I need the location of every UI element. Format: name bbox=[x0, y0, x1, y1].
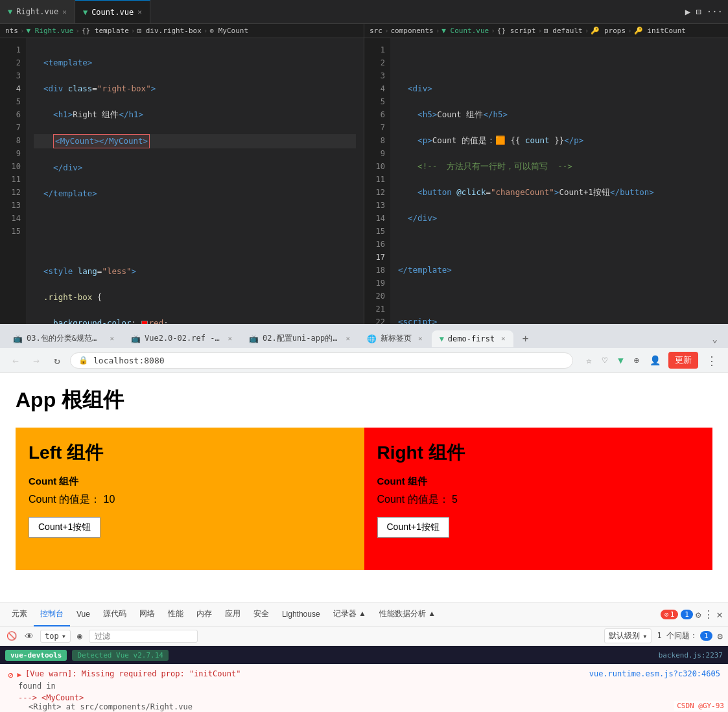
stack-line-1: ---> <MyCount> bbox=[18, 693, 720, 702]
default-level-label: 默认级别 bbox=[609, 630, 640, 641]
vue-devtools-icon[interactable]: ▼ bbox=[615, 354, 626, 367]
left-code-area[interactable]: 1 2 3 4 5 6 7 8 9 10 11 12 13 14 bbox=[0, 38, 364, 324]
backend-link[interactable]: backend.js:2237 bbox=[659, 651, 723, 660]
chevron-down-icon: ▾ bbox=[62, 632, 66, 641]
left-component-title: Left 组件 bbox=[29, 441, 351, 465]
left-editor-pane: 1 2 3 4 5 6 7 8 9 10 11 12 13 14 bbox=[0, 38, 364, 324]
heart-icon[interactable]: ♡ bbox=[600, 354, 610, 367]
devtools-tab-application[interactable]: 应用 bbox=[218, 603, 247, 626]
visibility-toggle[interactable]: ◉ bbox=[76, 630, 84, 642]
right-editor-pane: 1 2 3 4 5 6 7 8 9 10 11 12 13 14 bbox=[364, 38, 728, 324]
devtools-tab-memory[interactable]: 内存 bbox=[190, 603, 218, 626]
console-settings-icon[interactable]: ⚙ bbox=[718, 631, 723, 641]
close-icon[interactable]: ✕ bbox=[228, 334, 232, 343]
devtools-tab-console[interactable]: 控制台 bbox=[34, 603, 70, 626]
devtools-tab-elements[interactable]: 元素 bbox=[5, 603, 34, 626]
error-message: [Vue warn]: Missing required prop: "init… bbox=[25, 669, 241, 678]
chevron-down-icon: ▾ bbox=[642, 632, 647, 641]
browser-tab-3-label: 02.配置uni-app的开发... bbox=[263, 333, 339, 344]
left-line-numbers: 1 2 3 4 5 6 7 8 9 10 11 12 13 14 bbox=[0, 38, 26, 324]
breadcrumbs-row: nts › ▼ Right.vue › {} template › ⊡ div.… bbox=[0, 24, 728, 38]
tab-right-vue-label: Right.vue bbox=[16, 7, 58, 16]
error-badge: ⊘ 1 bbox=[661, 610, 678, 619]
default-level-dropdown[interactable]: 默认级别 ▾ bbox=[604, 628, 652, 643]
back-button[interactable]: ← bbox=[8, 352, 23, 368]
tab-icon: 🌐 bbox=[367, 334, 377, 343]
tab-icon: ▼ bbox=[440, 334, 444, 343]
vue-devtools-bar: vue-devtools Detected Vue v2.7.14 backen… bbox=[0, 646, 728, 664]
browser-more-button[interactable]: ⋮ bbox=[703, 352, 720, 369]
forward-button[interactable]: → bbox=[29, 352, 44, 368]
browser-tab-2[interactable]: 📺 Vue2.0-02.ref - 使用... ✕ bbox=[123, 329, 240, 348]
devtools-tab-perf-insights[interactable]: 性能数据分析 ▲ bbox=[373, 603, 442, 626]
devtools-tab-security[interactable]: 安全 bbox=[247, 603, 276, 626]
new-tab-button[interactable]: + bbox=[517, 330, 534, 347]
close-icon[interactable]: ✕ bbox=[501, 334, 506, 343]
browser-nav-bar: ← → ↻ 🔒 localhost:8080 ☆ ♡ ▼ ⊕ 👤 更新 ⋮ bbox=[0, 348, 728, 373]
devtools-tab-vue[interactable]: Vue bbox=[70, 603, 97, 626]
left-component: Left 组件 Count 组件 Count 的值是： 10 Count+1按钮 bbox=[16, 428, 364, 570]
watermark: CSDN @GY-93 bbox=[674, 701, 727, 711]
run-button[interactable]: ▶ bbox=[685, 6, 690, 17]
lock-icon: 🔒 bbox=[78, 356, 88, 365]
devtools-settings-button[interactable]: ⚙ bbox=[696, 610, 701, 620]
right-count-button[interactable]: Count+1按钮 bbox=[377, 517, 449, 538]
close-icon[interactable]: ✕ bbox=[346, 334, 350, 343]
error-count: 1 bbox=[670, 610, 675, 619]
ban-icon[interactable]: 🚫 bbox=[5, 630, 18, 642]
warn-badge: 1 bbox=[681, 610, 693, 619]
eye-icon[interactable]: 👁 bbox=[23, 630, 35, 643]
left-count-button[interactable]: Count+1按钮 bbox=[29, 517, 100, 538]
filter-input[interactable] bbox=[89, 630, 198, 643]
browser-content: App 根组件 Left 组件 Count 组件 Count 的值是： 10 C… bbox=[0, 373, 728, 603]
profile-icon[interactable]: 👤 bbox=[647, 354, 663, 367]
browser-chrome: 📺 03.包的分类&规范的... ✕ 📺 Vue2.0-02.ref - 使用.… bbox=[0, 324, 728, 373]
browser-area: 📺 03.包的分类&规范的... ✕ 📺 Vue2.0-02.ref - 使用.… bbox=[0, 324, 728, 603]
reload-button[interactable]: ↻ bbox=[49, 352, 65, 368]
tab-right-vue[interactable]: ▼ Right.vue ✕ bbox=[0, 0, 75, 23]
devtools-toolbar-right: 默认级别 ▾ 1 个问题： 1 ⚙ bbox=[604, 628, 723, 643]
devtools-tab-icons: ⊘ 1 1 ⚙ ⋮ ✕ bbox=[661, 608, 723, 621]
issues-count-display: 1 个问题： 1 bbox=[657, 630, 712, 641]
tab-overflow-button[interactable]: ⌄ bbox=[707, 331, 723, 347]
browser-tab-4[interactable]: 🌐 新标签页 ✕ bbox=[359, 329, 430, 348]
tab-icon: 📺 bbox=[131, 334, 141, 343]
stack-line-2: <Right> at src/components/Right.vue bbox=[29, 702, 720, 711]
vue-icon: ▼ bbox=[83, 8, 88, 17]
tab-icon: 📺 bbox=[249, 334, 259, 343]
devtools-tab-recorder[interactable]: 记录器 ▲ bbox=[327, 603, 373, 626]
browser-tabs: 📺 03.包的分类&规范的... ✕ 📺 Vue2.0-02.ref - 使用.… bbox=[0, 324, 728, 348]
browser-tab-4-label: 新标签页 bbox=[381, 333, 412, 344]
update-button[interactable]: 更新 bbox=[668, 352, 698, 369]
close-icon[interactable]: ✕ bbox=[418, 334, 423, 343]
devtools-main-tabs: 元素 控制台 Vue 源代码 网络 性能 内存 应用 安全 Lighthouse… bbox=[0, 603, 728, 626]
close-icon[interactable]: ✕ bbox=[110, 334, 114, 343]
app-root-title: App 根组件 bbox=[16, 386, 712, 415]
right-line-numbers: 1 2 3 4 5 6 7 8 9 10 11 12 13 14 bbox=[364, 38, 390, 324]
extensions-icon[interactable]: ⊕ bbox=[631, 354, 642, 367]
browser-tab-5-active[interactable]: ▼ demo-first ✕ bbox=[432, 330, 513, 347]
close-icon[interactable]: ✕ bbox=[62, 8, 67, 16]
bookmark-icon[interactable]: ☆ bbox=[583, 354, 594, 367]
more-actions-button[interactable]: ··· bbox=[707, 6, 723, 17]
devtools-tab-network[interactable]: 网络 bbox=[133, 603, 161, 626]
devtools-tab-sources[interactable]: 源代码 bbox=[97, 603, 133, 626]
close-icon[interactable]: ✕ bbox=[137, 8, 142, 16]
devtools-tab-lighthouse[interactable]: Lighthouse bbox=[276, 603, 327, 626]
address-bar[interactable]: 🔒 localhost:8080 bbox=[70, 352, 573, 369]
devtools-close-button[interactable]: ✕ bbox=[716, 608, 723, 621]
left-code-content: <template> <div class="right-box"> <h1>R… bbox=[26, 38, 364, 324]
runtime-link[interactable]: vue.runtime.esm.js?c320:4605 bbox=[589, 669, 720, 678]
error-found-text: found in bbox=[18, 682, 720, 691]
browser-tab-3[interactable]: 📺 02.配置uni-app的开发... ✕ bbox=[241, 329, 358, 348]
right-code-area[interactable]: 1 2 3 4 5 6 7 8 9 10 11 12 13 14 bbox=[364, 38, 728, 324]
error-circle-icon: ⊘ bbox=[8, 670, 13, 680]
top-dropdown[interactable]: top ▾ bbox=[40, 630, 71, 643]
browser-tab-1[interactable]: 📺 03.包的分类&规范的... ✕ bbox=[5, 329, 122, 348]
tab-count-vue[interactable]: ▼ Count.vue ✕ bbox=[75, 0, 150, 23]
expand-icon[interactable]: ▶ bbox=[17, 671, 21, 679]
split-editor-button[interactable]: ⊟ bbox=[696, 6, 701, 17]
right-count-value: Count 的值是： 5 bbox=[377, 493, 700, 507]
devtools-more-button[interactable]: ⋮ bbox=[703, 608, 714, 621]
devtools-tab-performance[interactable]: 性能 bbox=[161, 603, 190, 626]
